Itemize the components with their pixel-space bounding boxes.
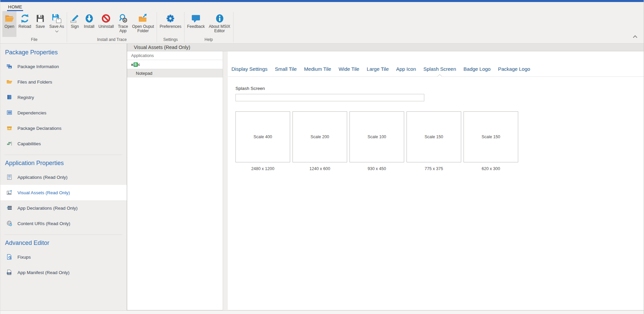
sidebar-item-label: Fixups bbox=[17, 255, 31, 260]
status-bar bbox=[0, 310, 644, 314]
asset-scale-label: Scale 150 bbox=[482, 135, 500, 139]
tab-app-icon[interactable]: App Icon bbox=[393, 66, 419, 76]
visual-assets-icon bbox=[6, 190, 12, 196]
save-button[interactable]: Save bbox=[33, 11, 47, 37]
uninstall-button[interactable]: Uninstall bbox=[96, 11, 116, 37]
splash-asset-box-scale-100[interactable]: Scale 100 bbox=[350, 111, 404, 162]
asset-size-label: 1240 x 600 bbox=[292, 166, 347, 171]
open-button[interactable]: Open bbox=[2, 11, 16, 37]
install-arrow-icon bbox=[84, 12, 94, 24]
asset-scale-label: Scale 100 bbox=[368, 135, 386, 139]
save-as-button[interactable]: Save As bbox=[47, 11, 66, 37]
save-as-dropdown-chevron-icon[interactable] bbox=[55, 29, 58, 33]
about-info-icon bbox=[215, 12, 225, 24]
tab-display-settings[interactable]: Display Settings bbox=[229, 66, 270, 76]
tab-large-tile[interactable]: Large Tile bbox=[364, 66, 391, 76]
sidebar-item-fixups[interactable]: Fixups bbox=[0, 249, 127, 265]
button-label: Uninstall bbox=[98, 24, 114, 29]
ribbon-group-file: Open Reload Save bbox=[2, 11, 66, 43]
asset-size-label: 775 x 375 bbox=[407, 166, 461, 171]
ribbon: HOME Open Relo bbox=[0, 2, 644, 44]
tab-splash-screen[interactable]: Splash Screen bbox=[421, 66, 459, 76]
applications-panel: Applications aBc Notepad bbox=[127, 51, 223, 310]
ribbon-group-label: Help bbox=[185, 37, 232, 43]
sidebar-item-visual-assets[interactable]: Visual Assets (Read Only) bbox=[0, 185, 127, 200]
asset-size-label: 2480 x 1200 bbox=[235, 166, 290, 171]
splash-asset-box-scale-150-small[interactable]: Scale 150 bbox=[464, 111, 518, 162]
asset-scale-label: Scale 200 bbox=[311, 135, 329, 139]
ribbon-separator bbox=[67, 12, 67, 42]
sidebar-item-label: Content URIs (Read Only) bbox=[17, 221, 70, 226]
sidebar-item-label: App Declarations (Read Only) bbox=[17, 206, 77, 211]
splash-screen-path-input[interactable] bbox=[235, 94, 424, 101]
dependencies-icon bbox=[6, 110, 12, 116]
tab-medium-tile[interactable]: Medium Tile bbox=[302, 66, 334, 76]
ribbon-group-help: Feedback About MSIX Editor Help bbox=[185, 11, 232, 43]
trace-app-button[interactable]: Trace App bbox=[116, 11, 130, 37]
tab-wide-tile[interactable]: Wide Tile bbox=[336, 66, 362, 76]
applications-icon bbox=[6, 174, 12, 180]
capabilities-icon bbox=[6, 141, 12, 147]
asset-size-label: 930 x 450 bbox=[350, 166, 404, 171]
about-msix-editor-button[interactable]: About MSIX Editor bbox=[207, 11, 232, 37]
open-output-folder-icon bbox=[138, 12, 148, 24]
sidebar-item-package-information[interactable]: Package Information bbox=[0, 59, 127, 74]
ribbon-group-install-trace: Sign Install Uninstall bbox=[68, 11, 156, 43]
sign-button[interactable]: Sign bbox=[68, 11, 82, 37]
visual-assets-tab-panel: Display Settings Small Tile Medium Tile … bbox=[228, 51, 644, 310]
fixups-icon bbox=[6, 254, 12, 260]
msix-editor-window: HOME Open Relo bbox=[0, 0, 644, 314]
tab-package-logo[interactable]: Package Logo bbox=[495, 66, 533, 76]
sidebar-item-label: Dependencies bbox=[17, 110, 46, 115]
sidebar-item-files-and-folders[interactable]: Files and Folders bbox=[0, 74, 127, 90]
sidebar-heading-advanced-editor: Advanced Editor bbox=[5, 240, 127, 247]
tab-badge-logo[interactable]: Badge Logo bbox=[461, 66, 493, 76]
feedback-button[interactable]: Feedback bbox=[185, 11, 207, 37]
sidebar-item-label: Applications (Read Only) bbox=[17, 175, 67, 180]
install-button[interactable]: Install bbox=[82, 11, 96, 37]
splash-screen-section: Splash Screen Scale 400 2480 x 1200 bbox=[228, 77, 644, 171]
button-label: Install bbox=[84, 24, 94, 29]
sidebar-item-label: Package Information bbox=[17, 64, 59, 69]
save-as-icon bbox=[52, 12, 62, 24]
tab-small-tile[interactable]: Small Tile bbox=[272, 66, 300, 76]
splash-asset: Scale 400 2480 x 1200 bbox=[235, 111, 290, 171]
splash-asset: Scale 150 620 x 300 bbox=[464, 111, 518, 171]
page-title: Visual Assets (Read Only) bbox=[127, 44, 644, 51]
sidebar-item-applications[interactable]: Applications (Read Only) bbox=[0, 169, 127, 185]
sidebar-item-app-declarations[interactable]: App Declarations (Read Only) bbox=[0, 200, 127, 216]
app-declarations-icon bbox=[6, 205, 12, 211]
reload-button[interactable]: Reload bbox=[16, 11, 33, 37]
ribbon-group-settings: Preferences Settings bbox=[158, 11, 183, 43]
sidebar-item-dependencies[interactable]: Dependencies bbox=[0, 105, 127, 120]
sidebar-item-content-uris[interactable]: Content URIs (Read Only) bbox=[0, 216, 127, 231]
content-uris-icon bbox=[6, 220, 12, 226]
button-label: Sign bbox=[71, 24, 79, 29]
sidebar-item-package-declarations[interactable]: Package Declarations bbox=[0, 120, 127, 136]
sidebar-item-capabilities[interactable]: Capabilities bbox=[0, 136, 127, 151]
splash-asset: Scale 150 775 x 375 bbox=[407, 111, 461, 171]
splash-asset-box-scale-200[interactable]: Scale 200 bbox=[292, 111, 347, 162]
files-folders-icon bbox=[6, 79, 12, 85]
sidebar-item-app-manifest[interactable]: XML App Manifest (Read Only) bbox=[0, 265, 127, 280]
package-information-icon bbox=[6, 63, 12, 69]
sidebar-item-registry[interactable]: Registry bbox=[0, 90, 127, 105]
collapse-ribbon-chevron-icon[interactable] bbox=[632, 35, 638, 39]
asset-size-label: 620 x 300 bbox=[464, 166, 518, 171]
splash-asset-box-scale-150[interactable]: Scale 150 bbox=[407, 111, 461, 162]
asset-tabstrip: Display Settings Small Tile Medium Tile … bbox=[228, 51, 644, 77]
splash-asset-box-scale-400[interactable]: Scale 400 bbox=[235, 111, 290, 162]
applications-sort-row[interactable]: aBc bbox=[127, 60, 223, 69]
button-label: Feedback bbox=[187, 24, 205, 29]
sign-pencil-icon bbox=[70, 12, 80, 24]
open-output-folder-button[interactable]: Open Ouput Folder bbox=[130, 11, 156, 37]
content-area: Package Properties Package Information F… bbox=[0, 44, 644, 310]
application-list-item-notepad[interactable]: Notepad bbox=[127, 69, 223, 77]
tab-home[interactable]: HOME bbox=[7, 3, 23, 11]
sidebar-separator bbox=[4, 155, 122, 155]
button-label: Save bbox=[36, 24, 45, 29]
preferences-gear-icon bbox=[165, 12, 175, 24]
panel-splitter[interactable] bbox=[223, 51, 228, 310]
sidebar-item-label: Package Declarations bbox=[17, 126, 61, 131]
preferences-button[interactable]: Preferences bbox=[158, 11, 183, 37]
